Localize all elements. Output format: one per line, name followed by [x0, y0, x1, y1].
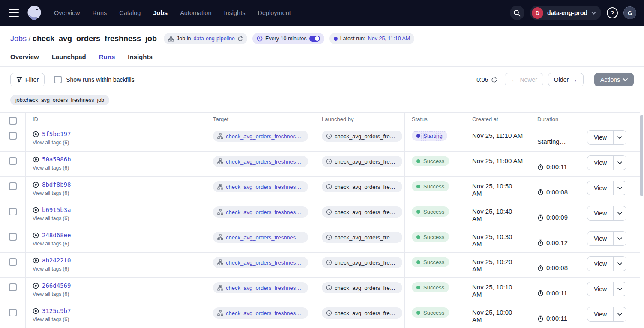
reload-icon[interactable]	[237, 36, 243, 42]
nav-item-automation[interactable]: Automation	[180, 9, 211, 16]
row-checkbox[interactable]	[9, 258, 17, 266]
launched-by-pill[interactable]: check_avg_orders_freshn…	[322, 156, 402, 167]
vertical-scrollbar[interactable]	[640, 115, 643, 196]
breadcrumb-jobs-link[interactable]: Jobs	[10, 34, 27, 43]
view-button[interactable]: View	[587, 206, 613, 220]
tab-insights[interactable]: Insights	[128, 53, 153, 66]
refresh-icon[interactable]	[491, 77, 497, 83]
launched-by-pill[interactable]: check_avg_orders_freshn…	[322, 206, 402, 218]
row-checkbox[interactable]	[9, 208, 17, 215]
target-link[interactable]: check_avg_orders_freshness_job	[226, 259, 304, 266]
row-checkbox[interactable]	[9, 309, 17, 316]
actions-button[interactable]: Actions	[594, 73, 634, 86]
target-pill[interactable]: check_avg_orders_freshness_job	[213, 282, 308, 293]
run-id-link[interactable]: ab2422f0	[42, 257, 71, 264]
tab-launchpad[interactable]: Launchpad	[52, 53, 86, 66]
launched-by-pill[interactable]: check_avg_orders_freshn…	[322, 232, 402, 243]
target-pill[interactable]: check_avg_orders_freshness_job	[213, 206, 308, 218]
search-button[interactable]	[510, 6, 524, 20]
launched-by-pill[interactable]: check_avg_orders_freshn…	[322, 257, 402, 268]
view-button[interactable]: View	[587, 131, 613, 144]
view-button[interactable]: View	[587, 156, 613, 170]
run-id-link[interactable]: 3125c9b7	[42, 307, 71, 314]
row-checkbox[interactable]	[9, 283, 17, 291]
nav-item-insights[interactable]: Insights	[224, 9, 245, 16]
target-link[interactable]: check_avg_orders_freshness_job	[226, 158, 304, 165]
help-button[interactable]: ?	[607, 7, 618, 18]
view-all-tags-link[interactable]: View all tags (6)	[33, 241, 199, 247]
target-link[interactable]: check_avg_orders_freshness_job	[226, 184, 304, 190]
run-id-link[interactable]: 8bdf8b98	[42, 181, 71, 188]
view-button[interactable]: View	[587, 181, 613, 195]
latest-run-link[interactable]: Nov 25, 11:10 AM	[368, 36, 410, 42]
target-pill[interactable]: check_avg_orders_freshness_job	[213, 181, 308, 192]
older-button[interactable]: Older →	[548, 73, 584, 86]
filter-button[interactable]: Filter	[10, 73, 45, 86]
tab-overview[interactable]: Overview	[10, 53, 39, 66]
nav-item-catalog[interactable]: Catalog	[119, 9, 141, 16]
dagster-logo-icon[interactable]	[26, 4, 43, 21]
view-dropdown-button[interactable]	[613, 307, 626, 321]
view-all-tags-link[interactable]: View all tags (6)	[33, 140, 199, 146]
target-pill[interactable]: check_avg_orders_freshness_job	[213, 257, 308, 268]
view-all-tags-link[interactable]: View all tags (6)	[33, 165, 199, 171]
launched-by-pill[interactable]: check_avg_orders_freshn…	[322, 282, 402, 293]
run-id-link[interactable]: 5f5bc197	[42, 131, 71, 137]
view-dropdown-button[interactable]	[613, 257, 626, 271]
row-checkbox[interactable]	[9, 132, 17, 140]
backfills-checkbox[interactable]	[54, 76, 62, 83]
chevron-down-icon	[617, 161, 622, 164]
view-dropdown-button[interactable]	[613, 131, 626, 144]
nav-item-overview[interactable]: Overview	[54, 9, 80, 16]
view-dropdown-button[interactable]	[613, 282, 626, 296]
table-body: 5f5bc197 View all tags (6) check_avg_ord…	[0, 126, 640, 328]
launched-by-pill[interactable]: check_avg_orders_freshn…	[322, 181, 402, 192]
view-dropdown-button[interactable]	[613, 206, 626, 220]
row-checkbox[interactable]	[9, 233, 17, 241]
target-pill[interactable]: check_avg_orders_freshness_job	[213, 232, 308, 243]
row-checkbox[interactable]	[9, 157, 17, 165]
view-button[interactable]: View	[587, 257, 613, 271]
select-all-checkbox[interactable]	[9, 117, 17, 125]
view-all-tags-link[interactable]: View all tags (6)	[33, 266, 199, 272]
job-filter-tag[interactable]: job:check_avg_orders_freshness_job	[10, 95, 109, 105]
workspace-switcher[interactable]: D data-eng-prod	[530, 6, 601, 20]
nav-item-deployment[interactable]: Deployment	[258, 9, 291, 16]
view-all-tags-link[interactable]: View all tags (6)	[33, 291, 199, 297]
view-all-tags-link[interactable]: View all tags (6)	[33, 215, 199, 221]
launched-by-pill[interactable]: check_avg_orders_freshn…	[322, 307, 402, 319]
duration-value: 0:00:11	[546, 163, 567, 170]
view-all-tags-link[interactable]: View all tags (6)	[33, 316, 199, 322]
run-id-link[interactable]: b6915b3a	[42, 206, 71, 213]
nav-item-runs[interactable]: Runs	[92, 9, 107, 16]
tab-runs[interactable]: Runs	[99, 53, 115, 66]
view-dropdown-button[interactable]	[613, 156, 626, 170]
target-link[interactable]: check_avg_orders_freshness_job	[226, 234, 304, 241]
view-button[interactable]: View	[587, 232, 613, 245]
user-avatar[interactable]: G	[623, 6, 636, 19]
duration-cell: 0:00:08	[530, 177, 581, 202]
schedule-toggle[interactable]	[309, 36, 320, 42]
target-pill[interactable]: check_avg_orders_freshness_job	[213, 307, 308, 319]
view-dropdown-button[interactable]	[613, 232, 626, 245]
target-pill[interactable]: check_avg_orders_freshness_job	[213, 156, 308, 167]
view-dropdown-button[interactable]	[613, 181, 626, 195]
nav-item-jobs[interactable]: Jobs	[153, 9, 168, 16]
launched-by-cell: check_avg_orders_freshn…	[315, 202, 405, 227]
row-checkbox[interactable]	[9, 182, 17, 190]
run-id-link[interactable]: 50a5986b	[42, 156, 71, 163]
run-id-link[interactable]: 248d68ee	[42, 232, 71, 239]
view-button[interactable]: View	[587, 282, 613, 296]
target-link[interactable]: check_avg_orders_freshness_job	[226, 133, 304, 140]
target-link[interactable]: check_avg_orders_freshness_job	[226, 310, 304, 316]
view-all-tags-link[interactable]: View all tags (6)	[33, 190, 199, 196]
target-pill[interactable]: check_avg_orders_freshness_job	[213, 131, 308, 142]
pipeline-link[interactable]: data-eng-pipeline	[193, 36, 235, 42]
target-link[interactable]: check_avg_orders_freshness_job	[226, 285, 304, 291]
launched-by-pill[interactable]: check_avg_orders_freshn…	[322, 131, 402, 142]
target-link[interactable]: check_avg_orders_freshness_job	[226, 209, 304, 215]
view-button[interactable]: View	[587, 307, 613, 321]
hamburger-menu-icon[interactable]	[9, 9, 19, 17]
newer-button[interactable]: ← Newer	[505, 73, 543, 86]
run-id-link[interactable]: 266d4569	[42, 282, 71, 289]
